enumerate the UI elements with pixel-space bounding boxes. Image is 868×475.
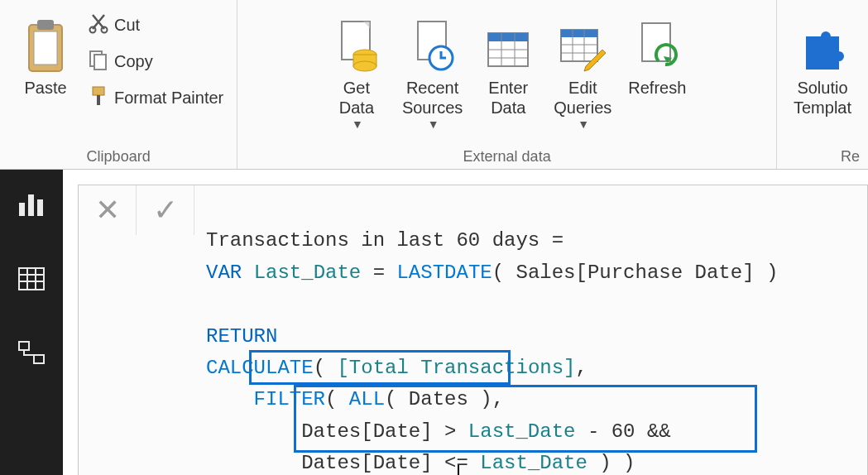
svg-rect-16 xyxy=(488,33,528,41)
solution-templates-label: Solutio Templat xyxy=(794,78,851,118)
page-clock-icon xyxy=(408,8,458,74)
indent xyxy=(206,420,301,443)
table-icon xyxy=(485,8,531,74)
copy-label: Copy xyxy=(114,52,153,71)
svg-rect-1 xyxy=(34,31,57,65)
fn-calculate: CALCULATE xyxy=(206,357,314,379)
group-clipboard: Paste Cut Copy xyxy=(0,0,237,169)
keyword-return: RETURN xyxy=(206,325,277,348)
refresh-label: Refresh xyxy=(628,78,686,98)
enter-data-button[interactable]: Enter Data xyxy=(471,3,545,136)
code-text: , xyxy=(575,357,587,379)
svg-point-12 xyxy=(353,61,376,71)
group-label-clipboard: Clipboard xyxy=(87,143,151,169)
formula-editor[interactable]: Transactions in last 60 days = VAR Last_… xyxy=(194,185,789,475)
caret-icon: ▼ xyxy=(578,118,589,132)
group-label-resources: Re xyxy=(841,143,860,169)
formula-commit-button[interactable]: ✓ xyxy=(137,185,194,235)
code-text: ( Sales[Purchase Date] ) xyxy=(492,261,779,284)
svg-rect-29 xyxy=(28,194,34,216)
enter-data-label: Enter Data xyxy=(488,78,528,118)
get-data-button[interactable]: Get Data▼ xyxy=(319,3,394,136)
code-text: = xyxy=(456,452,480,474)
recent-sources-button[interactable]: Recent Sources▼ xyxy=(394,3,471,136)
paste-button[interactable]: Paste xyxy=(8,3,83,136)
get-data-label: Get Data xyxy=(339,78,374,118)
copy-button[interactable]: Copy xyxy=(83,43,228,79)
brush-icon xyxy=(88,85,109,111)
var-name: Last_Date xyxy=(254,261,362,284)
paste-label: Paste xyxy=(24,78,66,98)
cut-label: Cut xyxy=(114,16,140,35)
code-text: ( Dates ) xyxy=(385,388,492,410)
code-text: Transactions in last 60 days = xyxy=(206,229,575,252)
page-cylinder-icon xyxy=(332,8,381,74)
group-label-external: External data xyxy=(463,143,551,169)
code-text: ( xyxy=(314,357,338,379)
scissors-icon xyxy=(88,12,109,38)
fn-filter: FILTER xyxy=(254,388,325,410)
group-resources: Solutio Templat Re xyxy=(777,0,868,169)
canvas-zone: ✕ ✓ Transactions in last 60 days = VAR L… xyxy=(63,170,868,475)
copy-icon xyxy=(88,49,109,74)
data-view-icon[interactable] xyxy=(16,263,47,297)
format-painter-label: Format Painter xyxy=(114,89,223,108)
svg-rect-8 xyxy=(97,95,100,105)
fn-lastdate: LASTDATE xyxy=(396,261,492,284)
code-text: - 60 && xyxy=(575,420,670,443)
model-view-icon[interactable] xyxy=(16,338,47,372)
code-text: Dates[Date] < xyxy=(301,452,456,474)
edit-queries-label: Edit Queries xyxy=(554,78,611,118)
report-view-icon[interactable] xyxy=(16,188,47,222)
code-text: , xyxy=(492,388,504,410)
measure-ref: [Total Transactions] xyxy=(337,357,575,379)
code-text: Dates[Date] > xyxy=(301,420,468,443)
caret-icon: ▼ xyxy=(352,118,363,132)
workspace: ✕ ✓ Transactions in last 60 days = VAR L… xyxy=(0,170,868,475)
svg-rect-36 xyxy=(19,342,29,350)
svg-rect-6 xyxy=(94,55,106,70)
svg-rect-37 xyxy=(34,355,44,363)
var-ref: Last_Date xyxy=(468,420,576,443)
svg-rect-30 xyxy=(37,199,43,216)
indent xyxy=(206,388,254,410)
code-text: ( xyxy=(325,388,349,410)
formula-bar: ✕ ✓ Transactions in last 60 days = VAR L… xyxy=(78,185,868,475)
page-refresh-icon xyxy=(634,8,680,74)
edit-queries-button[interactable]: Edit Queries▼ xyxy=(545,3,620,136)
svg-rect-22 xyxy=(561,30,597,37)
indent xyxy=(206,452,301,474)
formula-cancel-button[interactable]: ✕ xyxy=(79,185,137,235)
format-painter-button[interactable]: Format Painter xyxy=(83,79,228,116)
caret-icon: ▼ xyxy=(428,118,439,132)
cut-button[interactable]: Cut xyxy=(83,7,228,43)
svg-rect-31 xyxy=(19,268,44,290)
ribbon: Paste Cut Copy xyxy=(0,0,868,170)
svg-rect-7 xyxy=(93,87,104,95)
clipboard-icon xyxy=(22,8,69,74)
var-ref: Last_Date xyxy=(480,452,587,474)
puzzle-icon xyxy=(798,8,847,74)
code-text: = xyxy=(361,261,396,284)
table-pencil-icon xyxy=(558,8,607,74)
recent-sources-label: Recent Sources xyxy=(402,78,463,118)
code-text: ) ) xyxy=(587,452,635,474)
solution-templates-button[interactable]: Solutio Templat xyxy=(785,3,860,136)
group-external-data: Get Data▼ Recent Sources▼ xyxy=(237,0,777,169)
nav-rail xyxy=(0,170,63,475)
refresh-button[interactable]: Refresh xyxy=(620,3,694,136)
svg-rect-2 xyxy=(37,20,54,30)
svg-rect-28 xyxy=(19,203,25,216)
keyword-var: VAR xyxy=(206,261,242,284)
fn-all: ALL xyxy=(349,388,385,410)
